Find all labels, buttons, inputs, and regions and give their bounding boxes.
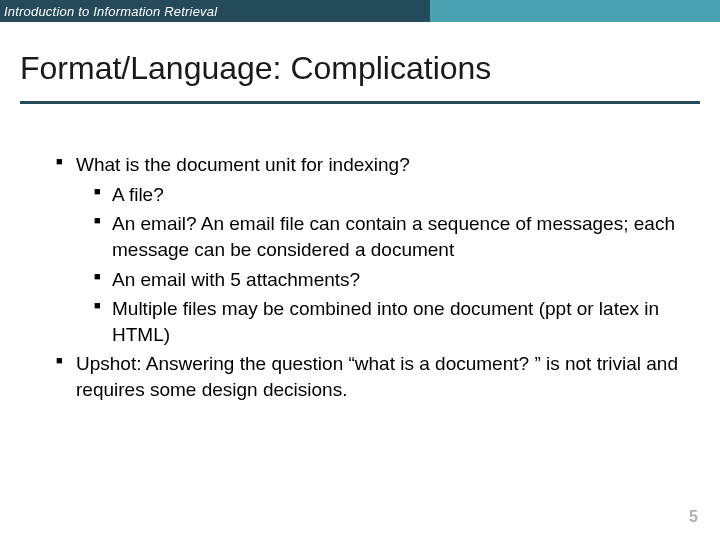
list-item: Upshot: Answering the question “what is … — [56, 351, 680, 402]
bullet-text: What is the document unit for indexing? — [76, 154, 410, 175]
list-item: A file? — [94, 182, 680, 208]
content-area: What is the document unit for indexing? … — [0, 104, 720, 403]
list-item: An email? An email file can contain a se… — [94, 211, 680, 262]
list-item: Multiple files may be combined into one … — [94, 296, 680, 347]
bullet-text: Multiple files may be combined into one … — [112, 298, 659, 345]
bullet-text: An email? An email file can contain a se… — [112, 213, 675, 260]
header-teal-segment — [430, 0, 720, 22]
list-item: What is the document unit for indexing? … — [56, 152, 680, 347]
title-region: Format/Language: Complications — [0, 22, 720, 95]
course-title: Introduction to Information Retrieval — [4, 4, 217, 19]
bullet-text: Upshot: Answering the question “what is … — [76, 353, 678, 400]
sub-list: A file? An email? An email file can cont… — [94, 182, 680, 348]
bullet-text: An email with 5 attachments? — [112, 269, 360, 290]
bullet-list: What is the document unit for indexing? … — [56, 152, 680, 403]
list-item: An email with 5 attachments? — [94, 267, 680, 293]
header-bar: Introduction to Information Retrieval — [0, 0, 720, 22]
bullet-text: A file? — [112, 184, 164, 205]
header-dark-segment: Introduction to Information Retrieval — [0, 0, 430, 22]
slide: Introduction to Information Retrieval Fo… — [0, 0, 720, 540]
slide-title: Format/Language: Complications — [20, 50, 700, 87]
page-number: 5 — [689, 508, 698, 526]
